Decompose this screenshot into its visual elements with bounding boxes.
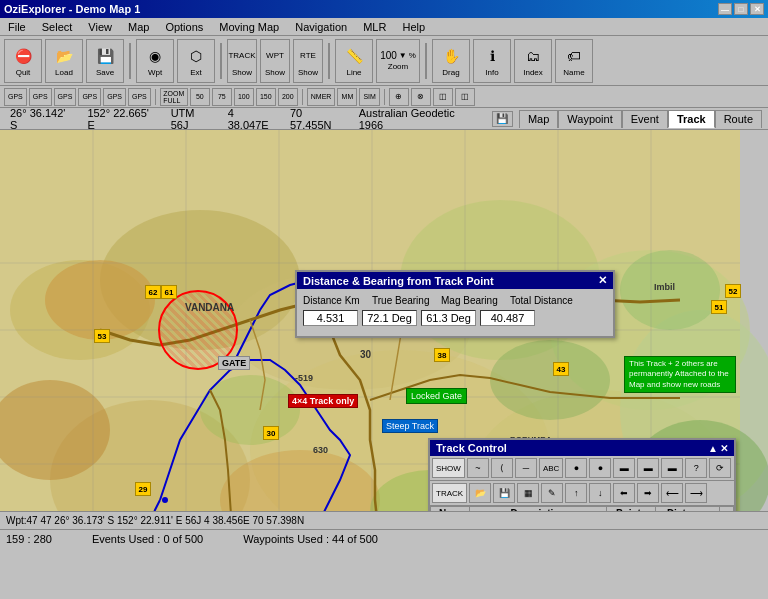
index-button[interactable]: 🗂 Index [514, 39, 552, 83]
tc-track-btn[interactable]: TRACK [432, 483, 467, 503]
tc-dot2-btn[interactable]: ● [589, 458, 611, 478]
tc-show-btn[interactable]: SHOW [432, 458, 465, 478]
maximize-button[interactable]: □ [734, 3, 748, 15]
distance-bearing-dialog: Distance & Bearing from Track Point ✕ Di… [295, 270, 615, 338]
tc-close-btn[interactable]: ✕ [720, 443, 728, 454]
main-toolbar: ⛔ Quit 📂 Load 💾 Save ◉ Wpt ⬡ Ext TRACK S… [0, 36, 768, 86]
nmer-btn[interactable]: NMER [307, 88, 336, 106]
extra-btn-1[interactable]: ⊕ [389, 88, 409, 106]
num-sq-29: 29 [135, 482, 151, 496]
gps-btn-2[interactable]: GPS [29, 88, 52, 106]
tc-title-text: Track Control [436, 442, 507, 454]
tc-up2-btn[interactable]: ↑ [565, 483, 587, 503]
tc-back-btn[interactable]: ⟵ [661, 483, 683, 503]
index-label: Index [523, 68, 543, 77]
info-button[interactable]: ℹ Info [473, 39, 511, 83]
tab-event[interactable]: Event [622, 110, 668, 128]
ext-button[interactable]: ⬡ Ext [177, 39, 215, 83]
rte-show-button[interactable]: RTE Show [293, 39, 323, 83]
dialog-close-btn[interactable]: ✕ [598, 274, 607, 287]
zoom-100-btn[interactable]: 100 [234, 88, 254, 106]
gps-btn-5[interactable]: GPS [103, 88, 126, 106]
gps-btn-6[interactable]: GPS [128, 88, 151, 106]
name-icon: 🏷 [563, 45, 585, 67]
sep3 [384, 89, 385, 105]
track-show-button[interactable]: TRACK Show [227, 39, 257, 83]
menu-view[interactable]: View [84, 20, 116, 34]
line-button[interactable]: 📏 Line [335, 39, 373, 83]
num-sq-30: 30 [263, 426, 279, 440]
close-button[interactable]: ✕ [750, 3, 764, 15]
track-control-title: Track Control ▲ ✕ [430, 440, 734, 456]
tc-up-btn[interactable]: ▲ [708, 443, 718, 454]
tc-dot1-btn[interactable]: ● [565, 458, 587, 478]
waypoint-button[interactable]: ◉ Wpt [136, 39, 174, 83]
tc-down-btn[interactable]: ↓ [589, 483, 611, 503]
dialog-title: Distance & Bearing from Track Point ✕ [297, 272, 613, 289]
tab-route[interactable]: Route [715, 110, 762, 128]
tc-curve-btn[interactable]: ~ [467, 458, 489, 478]
map-area[interactable]: 30 VANDANA 62 61 53 38 43 51 52 29 30 28… [0, 130, 768, 529]
zoom-150-btn[interactable]: 150 [256, 88, 276, 106]
save-button[interactable]: 💾 Save [86, 39, 124, 83]
menu-mlr[interactable]: MLR [359, 20, 390, 34]
extra-btn-2[interactable]: ⊗ [411, 88, 431, 106]
tc-edit-btn[interactable]: ✎ [541, 483, 563, 503]
zoom-50-btn[interactable]: 50 [190, 88, 210, 106]
tc-bar3-btn[interactable]: ▬ [661, 458, 683, 478]
extra-btn-3[interactable]: ◫ [433, 88, 453, 106]
zoom-button[interactable]: 100 ▼ % Zoom [376, 39, 420, 83]
tc-grid-btn[interactable]: ▦ [517, 483, 539, 503]
tab-track[interactable]: Track [668, 110, 715, 128]
tc-bar2-btn[interactable]: ▬ [637, 458, 659, 478]
svg-text:30: 30 [360, 349, 372, 360]
tc-right-btn[interactable]: ➡ [637, 483, 659, 503]
menu-moving-map[interactable]: Moving Map [215, 20, 283, 34]
menu-select[interactable]: Select [38, 20, 77, 34]
quit-button[interactable]: ⛔ Quit [4, 39, 42, 83]
tc-abc-btn[interactable]: ABC [539, 458, 563, 478]
tab-waypoint[interactable]: Waypoint [558, 110, 621, 128]
load-button[interactable]: 📂 Load [45, 39, 83, 83]
gps-btn-3[interactable]: GPS [54, 88, 77, 106]
drag-button[interactable]: ✋ Drag [432, 39, 470, 83]
menu-navigation[interactable]: Navigation [291, 20, 351, 34]
tc-fwd-btn[interactable]: ⟶ [685, 483, 707, 503]
quit-icon: ⛔ [12, 45, 34, 67]
zoom-75-btn[interactable]: 75 [212, 88, 232, 106]
wpt-show-button[interactable]: WPT Show [260, 39, 290, 83]
tc-left2-btn[interactable]: ⬅ [613, 483, 635, 503]
tab-map[interactable]: Map [519, 110, 558, 128]
coords-status: 159 : 280 [6, 533, 52, 545]
menu-help[interactable]: Help [398, 20, 429, 34]
tc-help-btn[interactable]: ? [685, 458, 707, 478]
extra-btn-4[interactable]: ◫ [455, 88, 475, 106]
num-sq-51: 51 [711, 300, 727, 314]
menu-map[interactable]: Map [124, 20, 153, 34]
name-button[interactable]: 🏷 Name [555, 39, 593, 83]
tc-line-btn[interactable]: ─ [515, 458, 537, 478]
sim-btn[interactable]: SIM [359, 88, 379, 106]
info-label: Info [485, 68, 498, 77]
save-small-btn[interactable]: 💾 [492, 111, 513, 127]
gps-btn-4[interactable]: GPS [78, 88, 101, 106]
events-status: Events Used : 0 of 500 [92, 533, 203, 545]
zoom-200-btn[interactable]: 200 [278, 88, 298, 106]
menu-options[interactable]: Options [161, 20, 207, 34]
dialog-body: Distance Km True Bearing Mag Bearing Tot… [297, 289, 613, 336]
grid-e: 4 38.047E [224, 107, 280, 131]
tc-save2-btn[interactable]: 💾 [493, 483, 515, 503]
tc-bar1-btn[interactable]: ▬ [613, 458, 635, 478]
title-bar: OziExplorer - Demo Map 1 — □ ✕ [0, 0, 768, 18]
minimize-button[interactable]: — [718, 3, 732, 15]
tc-left-btn[interactable]: ⟨ [491, 458, 513, 478]
rte-show-icon: RTE [297, 45, 319, 67]
label-519: -519 [295, 373, 313, 383]
gps-btn-1[interactable]: GPS [4, 88, 27, 106]
sep2 [302, 89, 303, 105]
tc-folder-btn[interactable]: 📂 [469, 483, 491, 503]
menu-file[interactable]: File [4, 20, 30, 34]
zoom-full-btn[interactable]: ZOOM FULL [160, 88, 188, 106]
mm-btn[interactable]: MM [337, 88, 357, 106]
tc-refresh-btn[interactable]: ⟳ [709, 458, 731, 478]
